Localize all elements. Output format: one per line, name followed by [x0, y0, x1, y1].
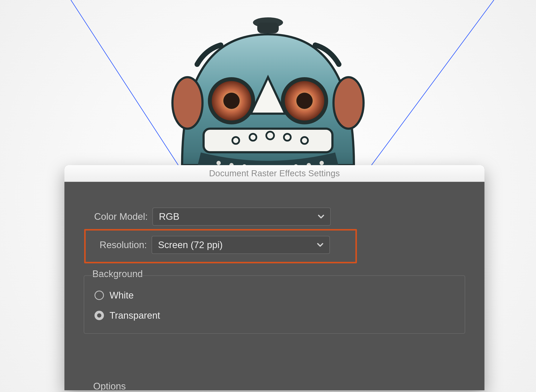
svg-point-18 [216, 161, 221, 165]
radio-checked-icon [95, 311, 104, 320]
options-group-legend: Options [90, 381, 129, 390]
background-group: Background White Transparent [84, 275, 465, 334]
color-model-select[interactable]: RGB [153, 208, 331, 226]
svg-point-26 [320, 161, 324, 165]
svg-point-11 [296, 93, 313, 109]
chevron-down-icon [316, 241, 324, 248]
color-model-label: Color Model: [84, 211, 153, 222]
background-option-transparent[interactable]: Transparent [95, 310, 455, 321]
chevron-down-icon [317, 213, 325, 220]
color-model-value: RGB [159, 211, 179, 222]
radio-icon [95, 291, 104, 300]
svg-point-5 [334, 77, 364, 129]
svg-point-4 [172, 77, 202, 129]
color-model-row: Color Model: RGB [84, 208, 465, 226]
background-option-white[interactable]: White [95, 290, 455, 301]
resolution-select[interactable]: Screen (72 ppi) [152, 236, 330, 254]
svg-rect-3 [257, 23, 279, 33]
resolution-row: Resolution: Screen (72 ppi) [83, 232, 465, 258]
background-option-label: White [110, 290, 134, 301]
resolution-label: Resolution: [83, 239, 152, 250]
dialog-title: Document Raster Effects Settings [209, 168, 340, 178]
svg-line-1 [372, 0, 494, 165]
raster-effects-dialog: Document Raster Effects Settings Color M… [64, 165, 484, 390]
dialog-titlebar[interactable]: Document Raster Effects Settings [64, 165, 484, 182]
resolution-value: Screen (72 ppi) [158, 239, 223, 250]
robot-image [150, 0, 386, 172]
svg-point-8 [223, 93, 240, 109]
background-option-label: Transparent [110, 310, 160, 321]
